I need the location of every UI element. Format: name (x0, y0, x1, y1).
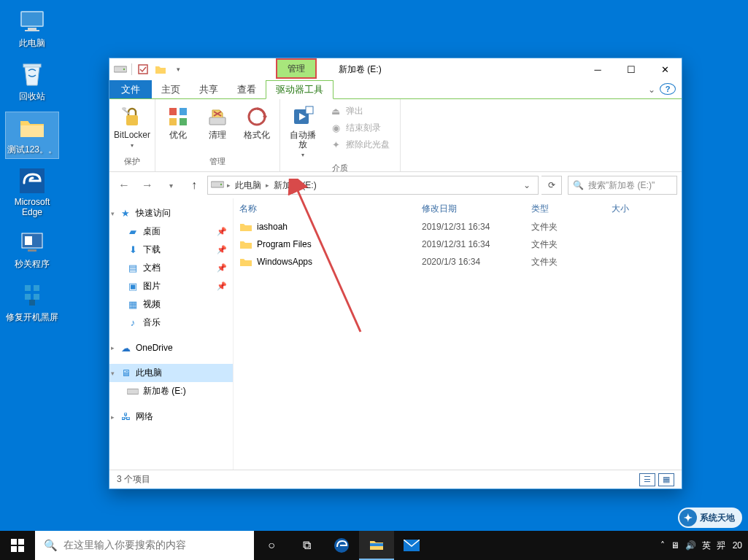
optimize-icon (166, 105, 190, 128)
music-icon: ♪ (127, 317, 139, 329)
ribbon-collapse-icon[interactable]: ⌄ (644, 80, 660, 98)
tab-drive-tools[interactable]: 驱动器工具 (266, 80, 333, 99)
column-name[interactable]: 名称 (239, 203, 422, 215)
nav-drive-e[interactable]: 新加卷 (E:) (109, 382, 233, 400)
tray-ime[interactable]: 英 (702, 540, 711, 552)
watermark-badge: ✦ 系统天地 (678, 508, 742, 528)
folder-icon (239, 220, 252, 233)
view-details-button[interactable]: ☰ (639, 473, 655, 486)
nav-videos[interactable]: ▦视频 (109, 295, 233, 314)
svg-rect-31 (127, 389, 139, 394)
nav-music[interactable]: ♪音乐 (109, 314, 233, 332)
navigation-pane[interactable]: ▾★快速访问 ▰桌面📌 ⬇下载📌 ▤文档📌 ▣图片📌 ▦视频 ♪音乐 ▸☁One… (109, 198, 234, 470)
ribbon-finalize-button: ◉结束刻录 (327, 120, 393, 136)
help-icon[interactable]: ? (660, 83, 676, 95)
qat-dropdown-icon[interactable]: ▾ (171, 63, 185, 76)
address-dropdown-icon[interactable]: ⌄ (519, 180, 535, 190)
ribbon-bitlocker-button[interactable]: BitLocker ▾ (114, 102, 150, 152)
search-icon: 🔍 (573, 180, 584, 190)
taskbar-mail-button[interactable] (394, 531, 429, 560)
tab-home[interactable]: 主页 (152, 80, 190, 98)
svg-rect-28 (306, 106, 313, 114)
drive-icon (211, 180, 224, 191)
svg-rect-20 (180, 108, 187, 115)
app-icon (19, 229, 45, 255)
taskbar-edge-button[interactable] (324, 531, 359, 560)
search-icon: 🔍 (44, 539, 58, 552)
ribbon-autoplay-button[interactable]: 自动播放 ▾ (285, 102, 321, 161)
nav-this-pc[interactable]: ▾🖥此电脑 (109, 364, 233, 382)
nav-pictures[interactable]: ▣图片📌 (109, 277, 233, 295)
minimize-button[interactable]: ─ (581, 58, 614, 80)
ribbon-tabs: 文件 主页 共享 查看 驱动器工具 ⌄ ? (109, 80, 682, 99)
contextual-tab-manage[interactable]: 管理 (276, 58, 317, 79)
file-row[interactable]: iashoah 2019/12/31 16:34 文件夹 (239, 218, 676, 236)
ribbon-eject-button: ⏏弹出 (327, 104, 393, 119)
svg-rect-14 (114, 66, 127, 72)
chevron-right-icon[interactable]: ▸ (227, 182, 231, 189)
view-icons-button[interactable]: ▦ (658, 473, 674, 486)
erase-disc-icon: ✦ (330, 139, 342, 151)
nav-downloads[interactable]: ⬇下载📌 (109, 241, 233, 259)
tray-clock[interactable]: 20 (733, 540, 742, 551)
tab-file[interactable]: 文件 (109, 80, 152, 98)
desktop-icon-test-folder[interactable]: 测试123。。 (6, 112, 58, 158)
chevron-down-icon: ▾ (301, 152, 304, 158)
ribbon-body: BitLocker ▾ 保护 优化 清理 格式化 (109, 99, 682, 172)
tab-view[interactable]: 查看 (228, 80, 266, 98)
svg-rect-36 (18, 546, 24, 552)
desktop-icon-recycle-bin[interactable]: 回收站 (6, 59, 58, 105)
taskbar-search-input[interactable]: 🔍 在这里输入你要搜索的内容 (35, 531, 254, 560)
desktop-icon-shutdown-app[interactable]: 秒关程序 (6, 227, 58, 273)
breadcrumb-this-pc[interactable]: 此电脑 (234, 179, 263, 192)
nav-back-button[interactable]: ← (114, 175, 134, 195)
qat-properties-icon[interactable] (136, 63, 150, 76)
nav-forward-button[interactable]: → (137, 175, 158, 195)
nav-recent-dropdown[interactable]: ▾ (161, 175, 181, 195)
document-icon: ▤ (127, 262, 139, 274)
svg-point-15 (123, 69, 125, 70)
nav-documents[interactable]: ▤文档📌 (109, 259, 233, 277)
ribbon-optimize-button[interactable]: 优化 (160, 102, 196, 143)
nav-up-button[interactable]: ↑ (184, 175, 204, 195)
cleanup-icon (206, 105, 229, 128)
desktop-icon-edge[interactable]: Microsoft Edge (6, 166, 58, 219)
nav-quick-access[interactable]: ▾★快速访问 (109, 204, 233, 222)
network-icon: 🖧 (120, 411, 131, 423)
taskbar-cortana-button[interactable]: ○ (254, 531, 289, 560)
file-row[interactable]: WindowsApps 2020/1/3 16:34 文件夹 (239, 253, 676, 271)
file-list-area[interactable]: 名称 修改日期 类型 大小 iashoah 2019/12/31 16:34 文… (234, 198, 682, 470)
nav-network[interactable]: ▸🖧网络 (109, 408, 233, 426)
tray-ime2[interactable]: 羿 (717, 540, 725, 552)
tray-network-icon[interactable]: 🖥 (671, 540, 679, 551)
ribbon-format-button[interactable]: 格式化 (239, 102, 275, 143)
desktop-icon-fix-blackscreen[interactable]: 修复开机黑屏 (6, 280, 58, 326)
column-type[interactable]: 类型 (531, 203, 612, 215)
ribbon-cleanup-button[interactable]: 清理 (199, 102, 236, 143)
start-button[interactable] (0, 531, 35, 560)
close-button[interactable]: ✕ (648, 58, 682, 80)
column-size[interactable]: 大小 (612, 203, 676, 215)
chevron-right-icon[interactable]: ▸ (266, 182, 269, 189)
desktop-icon-this-pc[interactable]: 此电脑 (6, 6, 58, 52)
tray-up-icon[interactable]: ˄ (660, 540, 665, 551)
nav-desktop[interactable]: ▰桌面📌 (109, 222, 233, 241)
tray-volume-icon[interactable]: 🔊 (685, 540, 696, 551)
desktop-icon: ▰ (127, 226, 139, 238)
file-row[interactable]: Program Files 2019/12/31 16:34 文件夹 (239, 236, 676, 253)
address-bar[interactable]: ▸ 此电脑 ▸ 新加卷 (E:) ⌄ (207, 176, 539, 195)
taskbar-taskview-button[interactable]: ⧉ (289, 531, 324, 560)
breadcrumb-drive[interactable]: 新加卷 (E:) (272, 179, 318, 192)
taskbar[interactable]: 🔍 在这里输入你要搜索的内容 ○ ⧉ ˄ 🖥 🔊 英 羿 20 (0, 531, 748, 560)
nav-onedrive[interactable]: ▸☁OneDrive (109, 339, 233, 357)
titlebar[interactable]: ▾ 管理 新加卷 (E:) ─ ☐ ✕ (109, 58, 682, 80)
qat-folder-icon[interactable] (154, 63, 167, 76)
maximize-button[interactable]: ☐ (614, 58, 648, 80)
taskbar-explorer-button[interactable] (359, 531, 394, 560)
svg-rect-13 (29, 300, 35, 306)
column-headers[interactable]: 名称 修改日期 类型 大小 (234, 198, 682, 218)
refresh-button[interactable]: ⟳ (541, 176, 562, 195)
column-date[interactable]: 修改日期 (422, 203, 531, 215)
tab-share[interactable]: 共享 (190, 80, 228, 98)
search-input[interactable]: 🔍 搜索"新加卷 (E:)" (568, 176, 677, 195)
